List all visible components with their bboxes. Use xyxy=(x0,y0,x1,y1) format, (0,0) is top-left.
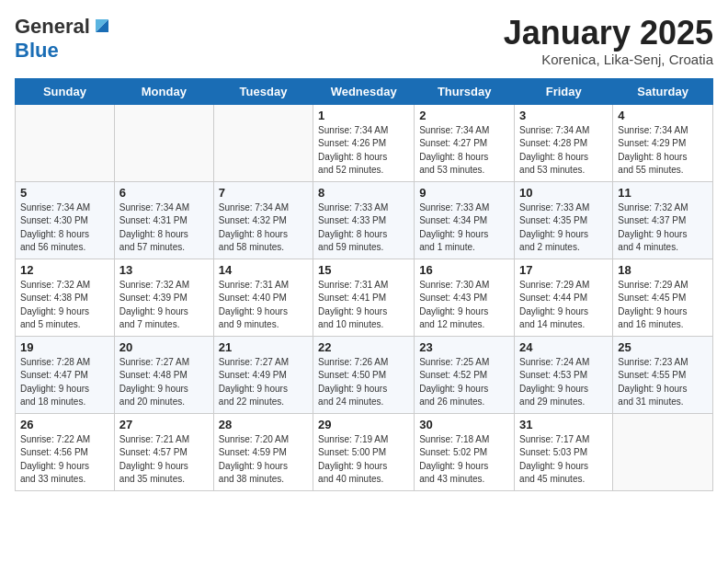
day-number: 25 xyxy=(618,340,708,354)
calendar-cell: 26Sunrise: 7:22 AM Sunset: 4:56 PM Dayli… xyxy=(16,413,115,490)
calendar-cell: 4Sunrise: 7:34 AM Sunset: 4:29 PM Daylig… xyxy=(613,104,713,181)
day-info: Sunrise: 7:34 AM Sunset: 4:28 PM Dayligh… xyxy=(519,124,608,178)
day-info: Sunrise: 7:19 AM Sunset: 5:00 PM Dayligh… xyxy=(318,433,409,487)
weekday-header-sunday: Sunday xyxy=(16,78,115,104)
calendar-cell: 24Sunrise: 7:24 AM Sunset: 4:53 PM Dayli… xyxy=(515,336,613,413)
day-info: Sunrise: 7:32 AM Sunset: 4:38 PM Dayligh… xyxy=(20,279,109,332)
week-row-0: 1Sunrise: 7:34 AM Sunset: 4:26 PM Daylig… xyxy=(16,104,713,181)
calendar-cell: 12Sunrise: 7:32 AM Sunset: 4:38 PM Dayli… xyxy=(16,259,115,336)
weekday-header-wednesday: Wednesday xyxy=(313,78,415,104)
calendar-cell: 21Sunrise: 7:27 AM Sunset: 4:49 PM Dayli… xyxy=(213,336,313,413)
title-area: January 2025 Korenica, Lika-Senj, Croati… xyxy=(504,15,713,67)
calendar-table: SundayMondayTuesdayWednesdayThursdayFrid… xyxy=(15,78,713,491)
day-info: Sunrise: 7:34 AM Sunset: 4:30 PM Dayligh… xyxy=(20,201,109,255)
day-info: Sunrise: 7:17 AM Sunset: 5:03 PM Dayligh… xyxy=(519,433,608,487)
week-row-2: 12Sunrise: 7:32 AM Sunset: 4:38 PM Dayli… xyxy=(16,259,713,336)
calendar-cell: 7Sunrise: 7:34 AM Sunset: 4:32 PM Daylig… xyxy=(213,181,313,259)
day-number: 31 xyxy=(519,418,608,431)
month-title: January 2025 xyxy=(504,15,713,52)
calendar-cell: 6Sunrise: 7:34 AM Sunset: 4:31 PM Daylig… xyxy=(114,181,213,259)
calendar-cell: 22Sunrise: 7:26 AM Sunset: 4:50 PM Dayli… xyxy=(313,336,415,413)
day-number: 2 xyxy=(419,109,509,122)
calendar-cell: 8Sunrise: 7:33 AM Sunset: 4:33 PM Daylig… xyxy=(313,181,415,259)
day-info: Sunrise: 7:34 AM Sunset: 4:26 PM Dayligh… xyxy=(318,124,409,178)
week-row-4: 26Sunrise: 7:22 AM Sunset: 4:56 PM Dayli… xyxy=(16,413,713,490)
day-info: Sunrise: 7:29 AM Sunset: 4:44 PM Dayligh… xyxy=(519,279,608,332)
calendar-cell: 25Sunrise: 7:23 AM Sunset: 4:55 PM Dayli… xyxy=(613,336,713,413)
calendar-cell: 1Sunrise: 7:34 AM Sunset: 4:26 PM Daylig… xyxy=(313,104,415,181)
day-info: Sunrise: 7:30 AM Sunset: 4:43 PM Dayligh… xyxy=(419,279,509,332)
day-info: Sunrise: 7:26 AM Sunset: 4:50 PM Dayligh… xyxy=(318,356,409,409)
week-row-1: 5Sunrise: 7:34 AM Sunset: 4:30 PM Daylig… xyxy=(16,181,713,259)
weekday-header-monday: Monday xyxy=(114,78,213,104)
day-number: 22 xyxy=(318,340,409,354)
day-info: Sunrise: 7:25 AM Sunset: 4:52 PM Dayligh… xyxy=(419,356,509,409)
weekday-header-friday: Friday xyxy=(515,78,613,104)
calendar-cell: 30Sunrise: 7:18 AM Sunset: 5:02 PM Dayli… xyxy=(415,413,515,490)
day-info: Sunrise: 7:31 AM Sunset: 4:40 PM Dayligh… xyxy=(219,279,308,332)
weekday-header-thursday: Thursday xyxy=(415,78,515,104)
calendar-cell: 3Sunrise: 7:34 AM Sunset: 4:28 PM Daylig… xyxy=(515,104,613,181)
day-info: Sunrise: 7:22 AM Sunset: 4:56 PM Dayligh… xyxy=(20,433,109,487)
calendar-cell xyxy=(613,413,713,490)
day-info: Sunrise: 7:34 AM Sunset: 4:27 PM Dayligh… xyxy=(419,124,509,178)
day-number: 11 xyxy=(618,186,708,200)
day-number: 3 xyxy=(519,109,608,122)
day-number: 23 xyxy=(419,340,509,354)
day-number: 10 xyxy=(519,186,608,200)
day-number: 20 xyxy=(119,340,209,354)
weekday-header-row: SundayMondayTuesdayWednesdayThursdayFrid… xyxy=(16,78,713,104)
logo-icon xyxy=(92,16,112,36)
day-number: 5 xyxy=(20,186,109,200)
logo-general: General xyxy=(15,15,90,39)
day-number: 15 xyxy=(318,263,409,277)
day-number: 29 xyxy=(318,418,409,431)
day-number: 18 xyxy=(618,263,708,277)
calendar-cell xyxy=(16,104,115,181)
logo: General Blue xyxy=(15,15,112,63)
day-number: 14 xyxy=(219,263,308,277)
day-info: Sunrise: 7:33 AM Sunset: 4:35 PM Dayligh… xyxy=(519,201,608,255)
calendar-cell xyxy=(114,104,213,181)
calendar-cell: 23Sunrise: 7:25 AM Sunset: 4:52 PM Dayli… xyxy=(415,336,515,413)
day-number: 27 xyxy=(119,418,209,431)
logo-blue: Blue xyxy=(15,39,59,63)
calendar-cell: 20Sunrise: 7:27 AM Sunset: 4:48 PM Dayli… xyxy=(114,336,213,413)
day-info: Sunrise: 7:18 AM Sunset: 5:02 PM Dayligh… xyxy=(419,433,509,487)
day-info: Sunrise: 7:33 AM Sunset: 4:34 PM Dayligh… xyxy=(419,201,509,255)
calendar-cell: 5Sunrise: 7:34 AM Sunset: 4:30 PM Daylig… xyxy=(16,181,115,259)
day-number: 30 xyxy=(419,418,509,431)
calendar-cell: 29Sunrise: 7:19 AM Sunset: 5:00 PM Dayli… xyxy=(313,413,415,490)
calendar-cell: 14Sunrise: 7:31 AM Sunset: 4:40 PM Dayli… xyxy=(213,259,313,336)
calendar-cell: 19Sunrise: 7:28 AM Sunset: 4:47 PM Dayli… xyxy=(16,336,115,413)
weekday-header-saturday: Saturday xyxy=(613,78,713,104)
day-info: Sunrise: 7:33 AM Sunset: 4:33 PM Dayligh… xyxy=(318,201,409,255)
calendar-cell: 13Sunrise: 7:32 AM Sunset: 4:39 PM Dayli… xyxy=(114,259,213,336)
day-number: 24 xyxy=(519,340,608,354)
day-info: Sunrise: 7:23 AM Sunset: 4:55 PM Dayligh… xyxy=(618,356,708,409)
day-info: Sunrise: 7:21 AM Sunset: 4:57 PM Dayligh… xyxy=(119,433,209,487)
calendar-cell: 15Sunrise: 7:31 AM Sunset: 4:41 PM Dayli… xyxy=(313,259,415,336)
location: Korenica, Lika-Senj, Croatia xyxy=(504,52,713,67)
day-number: 12 xyxy=(20,263,109,277)
page-header: General Blue January 2025 Korenica, Lika… xyxy=(15,15,713,67)
day-info: Sunrise: 7:20 AM Sunset: 4:59 PM Dayligh… xyxy=(219,433,308,487)
weekday-header-tuesday: Tuesday xyxy=(213,78,313,104)
day-number: 17 xyxy=(519,263,608,277)
day-info: Sunrise: 7:34 AM Sunset: 4:32 PM Dayligh… xyxy=(219,201,308,255)
calendar-cell: 11Sunrise: 7:32 AM Sunset: 4:37 PM Dayli… xyxy=(613,181,713,259)
day-number: 28 xyxy=(219,418,308,431)
day-number: 1 xyxy=(318,109,409,122)
week-row-3: 19Sunrise: 7:28 AM Sunset: 4:47 PM Dayli… xyxy=(16,336,713,413)
calendar-cell: 17Sunrise: 7:29 AM Sunset: 4:44 PM Dayli… xyxy=(515,259,613,336)
day-number: 7 xyxy=(219,186,308,200)
day-info: Sunrise: 7:28 AM Sunset: 4:47 PM Dayligh… xyxy=(20,356,109,409)
day-info: Sunrise: 7:34 AM Sunset: 4:29 PM Dayligh… xyxy=(618,124,708,178)
day-number: 6 xyxy=(119,186,209,200)
calendar-cell: 10Sunrise: 7:33 AM Sunset: 4:35 PM Dayli… xyxy=(515,181,613,259)
day-number: 21 xyxy=(219,340,308,354)
day-info: Sunrise: 7:27 AM Sunset: 4:48 PM Dayligh… xyxy=(119,356,209,409)
calendar-cell: 18Sunrise: 7:29 AM Sunset: 4:45 PM Dayli… xyxy=(613,259,713,336)
calendar-cell: 27Sunrise: 7:21 AM Sunset: 4:57 PM Dayli… xyxy=(114,413,213,490)
calendar-cell: 9Sunrise: 7:33 AM Sunset: 4:34 PM Daylig… xyxy=(415,181,515,259)
